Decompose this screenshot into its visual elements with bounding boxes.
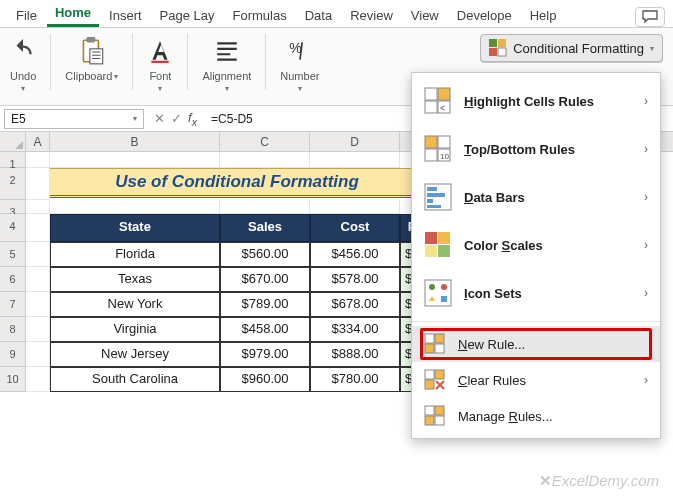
bars-icon bbox=[424, 183, 452, 211]
comments-button[interactable] bbox=[635, 7, 665, 27]
cell[interactable] bbox=[26, 267, 50, 292]
table-cell[interactable]: Virginia bbox=[50, 317, 220, 342]
sheet-title[interactable]: Use of Conditional Formatting bbox=[50, 168, 424, 198]
menu-item-label: Color Scales bbox=[464, 238, 632, 253]
row-header[interactable]: 3 bbox=[0, 200, 26, 214]
row-header[interactable]: 9 bbox=[0, 342, 26, 367]
conditional-formatting-menu: <Highlight Cells Rules›10Top/Bottom Rule… bbox=[411, 72, 661, 439]
table-cell[interactable]: $456.00 bbox=[310, 242, 400, 267]
menu-item-data-bars[interactable]: Data Bars› bbox=[412, 173, 660, 221]
select-all-corner[interactable] bbox=[0, 132, 26, 151]
column-header[interactable]: D bbox=[310, 132, 400, 151]
number-group[interactable]: % Number ▾ bbox=[280, 34, 319, 93]
table-cell[interactable]: $334.00 bbox=[310, 317, 400, 342]
menu-item-top-bottom-rules[interactable]: 10Top/Bottom Rules› bbox=[412, 125, 660, 173]
alignment-group[interactable]: Alignment ▾ bbox=[202, 34, 251, 93]
svg-rect-38 bbox=[425, 380, 434, 389]
tab-file[interactable]: File bbox=[8, 4, 45, 27]
table-cell[interactable]: New Jersey bbox=[50, 342, 220, 367]
table-cell[interactable]: $578.00 bbox=[310, 267, 400, 292]
svg-text:10: 10 bbox=[440, 152, 449, 161]
row-header[interactable]: 2 bbox=[0, 168, 26, 200]
tab-page-lay[interactable]: Page Lay bbox=[152, 4, 223, 27]
font-group[interactable]: Font ▾ bbox=[147, 34, 173, 93]
svg-rect-26 bbox=[425, 245, 437, 257]
menu-item-color-scales[interactable]: Color Scales› bbox=[412, 221, 660, 269]
menu-item-label: Icon Sets bbox=[464, 286, 632, 301]
row-header[interactable]: 8 bbox=[0, 317, 26, 342]
cell[interactable] bbox=[26, 168, 50, 200]
svg-rect-7 bbox=[489, 48, 497, 56]
cell[interactable] bbox=[26, 214, 50, 242]
table-cell[interactable]: South Carolina bbox=[50, 367, 220, 392]
cell[interactable] bbox=[220, 200, 310, 214]
column-header[interactable]: B bbox=[50, 132, 220, 151]
table-header[interactable]: Cost bbox=[310, 214, 400, 242]
cell[interactable] bbox=[26, 242, 50, 267]
cell[interactable] bbox=[220, 152, 310, 168]
menu-item-manage-rules-[interactable]: Manage Rules... bbox=[412, 398, 660, 434]
row-header[interactable]: 7 bbox=[0, 292, 26, 317]
table-cell[interactable]: $560.00 bbox=[220, 242, 310, 267]
cell[interactable] bbox=[310, 152, 400, 168]
row-header[interactable]: 10 bbox=[0, 367, 26, 392]
tab-data[interactable]: Data bbox=[297, 4, 340, 27]
menu-item-icon-sets[interactable]: Icon Sets› bbox=[412, 269, 660, 317]
table-cell[interactable]: $979.00 bbox=[220, 342, 310, 367]
manage-icon bbox=[424, 405, 446, 427]
table-cell[interactable]: $678.00 bbox=[310, 292, 400, 317]
menu-item-clear-rules[interactable]: Clear Rules› bbox=[412, 362, 660, 398]
column-header[interactable]: C bbox=[220, 132, 310, 151]
cell[interactable] bbox=[310, 200, 400, 214]
table-cell[interactable]: $670.00 bbox=[220, 267, 310, 292]
watermark: ✕ExcelDemy.com bbox=[539, 472, 659, 490]
cell[interactable] bbox=[26, 200, 50, 214]
tab-review[interactable]: Review bbox=[342, 4, 401, 27]
table-cell[interactable]: $780.00 bbox=[310, 367, 400, 392]
table-cell[interactable]: $888.00 bbox=[310, 342, 400, 367]
cell[interactable] bbox=[26, 317, 50, 342]
cell[interactable] bbox=[26, 152, 50, 168]
table-header[interactable]: State bbox=[50, 214, 220, 242]
menu-item-label: Top/Bottom Rules bbox=[464, 142, 632, 157]
svg-rect-33 bbox=[435, 334, 444, 343]
table-cell[interactable]: Texas bbox=[50, 267, 220, 292]
table-cell[interactable]: Florida bbox=[50, 242, 220, 267]
row-header[interactable]: 6 bbox=[0, 267, 26, 292]
conditional-formatting-button[interactable]: Conditional Formatting ▾ bbox=[480, 34, 663, 62]
column-header[interactable]: A bbox=[26, 132, 50, 151]
fx-icon[interactable]: fx bbox=[188, 110, 197, 128]
number-icon: % bbox=[287, 34, 313, 68]
accept-formula-icon[interactable]: ✓ bbox=[171, 111, 182, 126]
tab-home[interactable]: Home bbox=[47, 1, 99, 27]
tab-insert[interactable]: Insert bbox=[101, 4, 150, 27]
tab-view[interactable]: View bbox=[403, 4, 447, 27]
row-header[interactable]: 1 bbox=[0, 152, 26, 168]
clipboard-label: Clipboard bbox=[65, 70, 112, 82]
cell[interactable] bbox=[50, 152, 220, 168]
table-cell[interactable]: $960.00 bbox=[220, 367, 310, 392]
svg-rect-31 bbox=[441, 296, 447, 302]
table-cell[interactable]: $458.00 bbox=[220, 317, 310, 342]
menu-item-highlight-cells-rules[interactable]: <Highlight Cells Rules› bbox=[412, 77, 660, 125]
svg-point-29 bbox=[429, 284, 435, 290]
svg-rect-22 bbox=[427, 199, 433, 203]
cancel-formula-icon[interactable]: ✕ bbox=[154, 111, 165, 126]
cell[interactable] bbox=[50, 200, 220, 214]
name-box[interactable]: E5 ▾ bbox=[4, 109, 144, 129]
tab-develope[interactable]: Develope bbox=[449, 4, 520, 27]
tab-help[interactable]: Help bbox=[522, 4, 565, 27]
cell[interactable] bbox=[26, 367, 50, 392]
table-cell[interactable]: New York bbox=[50, 292, 220, 317]
table-header[interactable]: Sales bbox=[220, 214, 310, 242]
row-header[interactable]: 5 bbox=[0, 242, 26, 267]
tab-formulas[interactable]: Formulas bbox=[225, 4, 295, 27]
cell[interactable] bbox=[26, 342, 50, 367]
cell[interactable] bbox=[26, 292, 50, 317]
svg-rect-9 bbox=[425, 88, 437, 100]
menu-item-new-rule-[interactable]: New Rule... bbox=[412, 326, 660, 362]
table-cell[interactable]: $789.00 bbox=[220, 292, 310, 317]
undo-group[interactable]: Undo ▾ bbox=[10, 34, 36, 93]
row-header[interactable]: 4 bbox=[0, 214, 26, 242]
clipboard-group[interactable]: Clipboard ▾ bbox=[65, 34, 118, 82]
